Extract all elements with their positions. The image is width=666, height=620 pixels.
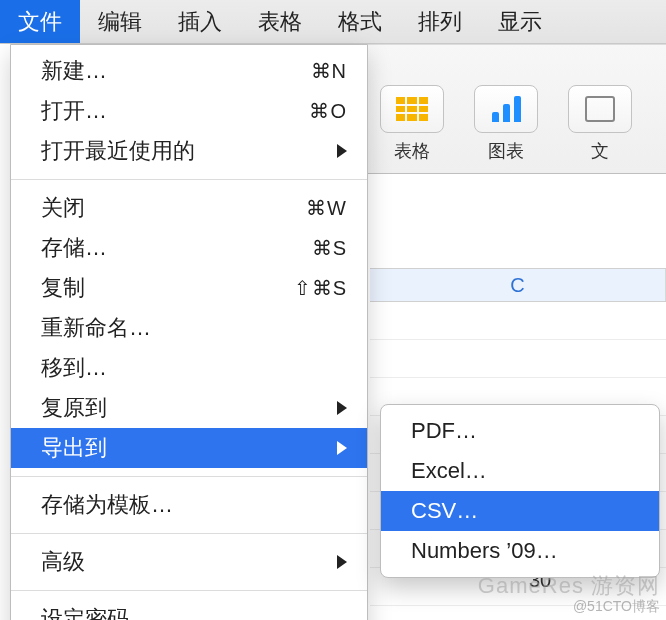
menu-item-export-to[interactable]: 导出到	[11, 428, 367, 468]
shortcut: ⌘S	[312, 236, 347, 260]
toolbar: 表格 图表 文	[366, 44, 666, 174]
separator	[11, 179, 367, 180]
menu-item-save-template[interactable]: 存储为模板…	[11, 485, 367, 525]
separator	[11, 533, 367, 534]
shortcut: ⌘O	[309, 99, 347, 123]
tool-text[interactable]: 文	[558, 85, 642, 163]
column-header-C[interactable]: C	[370, 269, 666, 301]
shortcut: ⌘W	[306, 196, 347, 220]
menu-item-save[interactable]: 存储… ⌘S	[11, 228, 367, 268]
menu-file[interactable]: 文件	[0, 0, 80, 43]
menu-item-rename[interactable]: 重新命名…	[11, 308, 367, 348]
export-csv[interactable]: CSV…	[381, 491, 659, 531]
tool-chart[interactable]: 图表	[464, 85, 548, 163]
export-pdf[interactable]: PDF…	[381, 411, 659, 451]
separator	[11, 476, 367, 477]
shortcut: ⇧⌘S	[294, 276, 347, 300]
menu-table[interactable]: 表格	[240, 0, 320, 43]
tool-label: 图表	[464, 139, 548, 163]
file-menu-dropdown: 新建… ⌘N 打开… ⌘O 打开最近使用的 关闭 ⌘W 存储… ⌘S 复制 ⇧⌘…	[10, 44, 368, 620]
text-icon	[568, 85, 632, 133]
shortcut: ⌘N	[311, 59, 347, 83]
menu-edit[interactable]: 编辑	[80, 0, 160, 43]
table-icon	[380, 85, 444, 133]
tool-table[interactable]: 表格	[370, 85, 454, 163]
tool-label: 表格	[370, 139, 454, 163]
menu-item-advanced[interactable]: 高级	[11, 542, 367, 582]
menu-item-set-password[interactable]: 设定密码	[11, 599, 367, 620]
menu-item-revert-to[interactable]: 复原到	[11, 388, 367, 428]
menubar: 文件 编辑 插入 表格 格式 排列 显示	[0, 0, 666, 44]
menu-item-close[interactable]: 关闭 ⌘W	[11, 188, 367, 228]
tool-label: 文	[558, 139, 642, 163]
menu-item-move-to[interactable]: 移到…	[11, 348, 367, 388]
menu-item-duplicate[interactable]: 复制 ⇧⌘S	[11, 268, 367, 308]
menu-item-open-recent[interactable]: 打开最近使用的	[11, 131, 367, 171]
chart-icon	[474, 85, 538, 133]
menu-insert[interactable]: 插入	[160, 0, 240, 43]
export-numbers09[interactable]: Numbers ’09…	[381, 531, 659, 571]
menu-arrange[interactable]: 排列	[400, 0, 480, 43]
submenu-arrow-icon	[337, 144, 347, 158]
submenu-arrow-icon	[337, 555, 347, 569]
column-header-row: C	[370, 268, 666, 302]
menu-view[interactable]: 显示	[480, 0, 560, 43]
export-submenu: PDF… Excel… CSV… Numbers ’09…	[380, 404, 660, 578]
separator	[11, 590, 367, 591]
menu-item-new[interactable]: 新建… ⌘N	[11, 51, 367, 91]
export-excel[interactable]: Excel…	[381, 451, 659, 491]
submenu-arrow-icon	[337, 401, 347, 415]
submenu-arrow-icon	[337, 441, 347, 455]
menu-format[interactable]: 格式	[320, 0, 400, 43]
menu-item-open[interactable]: 打开… ⌘O	[11, 91, 367, 131]
